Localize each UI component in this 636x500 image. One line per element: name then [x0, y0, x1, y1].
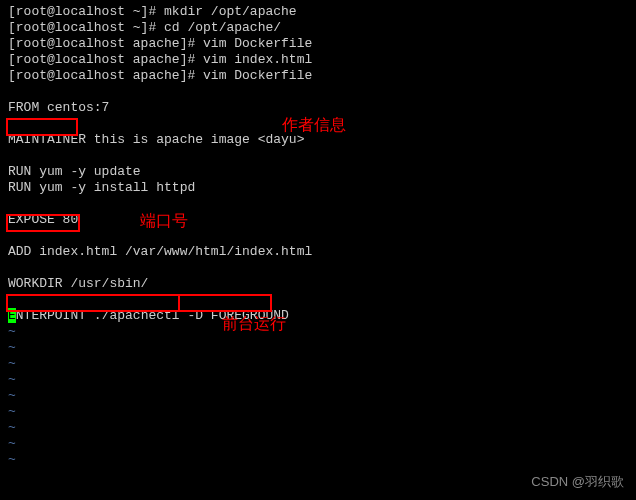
blank-line	[8, 84, 628, 100]
cmd-line: [root@localhost ~]# mkdir /opt/apache	[8, 4, 628, 20]
watermark: CSDN @羽织歌	[531, 474, 624, 490]
vim-tilde: ~	[8, 372, 628, 388]
vim-tilde: ~	[8, 324, 628, 340]
blank-line	[8, 228, 628, 244]
dockerfile-line: EXPOSE 80	[8, 212, 628, 228]
dockerfile-line: FROM centos:7	[8, 100, 628, 116]
blank-line	[8, 292, 628, 308]
dockerfile-line: ADD index.html /var/www/html/index.html	[8, 244, 628, 260]
dockerfile-line: RUN yum -y install httpd	[8, 180, 628, 196]
terminal-output: [root@localhost ~]# mkdir /opt/apache [r…	[8, 4, 628, 468]
cursor: E	[8, 308, 16, 323]
blank-line	[8, 116, 628, 132]
dockerfile-line-enterpoint: ENTERPOINT ./apachectl -D FOREGROUND	[8, 308, 628, 324]
dockerfile-line: WORKDIR /usr/sbin/	[8, 276, 628, 292]
vim-tilde: ~	[8, 436, 628, 452]
vim-tilde: ~	[8, 452, 628, 468]
blank-line	[8, 196, 628, 212]
blank-line	[8, 148, 628, 164]
cmd-line: [root@localhost ~]# cd /opt/apache/	[8, 20, 628, 36]
vim-tilde: ~	[8, 420, 628, 436]
vim-tilde: ~	[8, 388, 628, 404]
vim-tilde: ~	[8, 404, 628, 420]
cmd-line: [root@localhost apache]# vim index.html	[8, 52, 628, 68]
dockerfile-line: MAINTAINER this is apache image <dayu>	[8, 132, 628, 148]
cmd-line: [root@localhost apache]# vim Dockerfile	[8, 36, 628, 52]
cmd-line: [root@localhost apache]# vim Dockerfile	[8, 68, 628, 84]
enterpoint-text: NTERPOINT ./apachectl -D FOREGROUND	[16, 308, 289, 323]
dockerfile-line: RUN yum -y update	[8, 164, 628, 180]
vim-tilde: ~	[8, 340, 628, 356]
blank-line	[8, 260, 628, 276]
vim-tilde: ~	[8, 356, 628, 372]
